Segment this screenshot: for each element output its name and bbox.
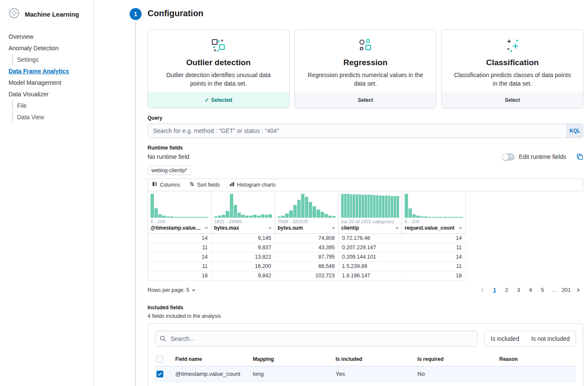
column-histogram: [402, 191, 465, 218]
grid-cell[interactable]: 9,837: [211, 243, 275, 252]
edit-runtime-fields-label[interactable]: Edit runtime fields: [519, 153, 566, 160]
sidebar-item-data-frame-analytics[interactable]: Data Frame Analytics: [9, 66, 88, 76]
grid-cell[interactable]: 14: [148, 234, 211, 243]
grid-cell[interactable]: 9,842: [211, 271, 275, 280]
grid-cell[interactable]: 9,145: [211, 234, 275, 243]
query-input[interactable]: [148, 124, 567, 138]
search-wrap: [155, 331, 478, 347]
card-classification[interactable]: Classification Classification predicts c…: [441, 29, 583, 108]
histogram-bar: [222, 215, 225, 218]
copy-icon[interactable]: [576, 153, 583, 160]
chevron-down-icon: [395, 226, 399, 230]
grid-cell[interactable]: 0.72.176.46: [339, 234, 402, 243]
page-number[interactable]: 3: [513, 285, 524, 295]
previous-page-button[interactable]: [478, 285, 488, 295]
sidebar-item-anomaly-detection[interactable]: Anomaly Detection: [9, 43, 88, 53]
grid-cell[interactable]: 14: [402, 234, 466, 243]
sidebar-nav: Overview Anomaly Detection Settings Data…: [9, 32, 88, 124]
kql-language-button[interactable]: KQL: [567, 124, 583, 138]
grid-cell[interactable]: 16,200: [211, 262, 275, 271]
histogram-icon: [229, 181, 235, 188]
filter-is-included-button[interactable]: Is included: [485, 331, 525, 346]
grid-column: top 20 of 1001 categories clientip: [339, 191, 402, 234]
column-header-reason: Reason: [499, 356, 576, 362]
filter-is-not-included-button[interactable]: Is not included: [525, 331, 576, 346]
column-histogram: [211, 191, 275, 218]
sidebar-item-data-visualizer[interactable]: Data Visualizer: [9, 89, 88, 99]
grid-cell[interactable]: 18: [402, 271, 466, 280]
histogram-bar: [241, 215, 245, 218]
fields-search-input[interactable]: [155, 331, 478, 347]
card-description: Regression predicts numerical values in …: [306, 71, 425, 88]
column-header-button[interactable]: request.value_count: [402, 224, 465, 233]
grid-cell[interactable]: 43,395: [275, 243, 339, 252]
grid-cell[interactable]: 102,723: [275, 271, 339, 280]
next-page-button[interactable]: [573, 285, 583, 295]
card-selected-footer[interactable]: ✓Selected: [148, 92, 289, 108]
sidebar-item-overview[interactable]: Overview: [9, 32, 88, 42]
histogram-bar: [385, 196, 388, 218]
card-outlier-detection[interactable]: Outlier detection Outlier detection iden…: [148, 29, 290, 108]
column-header-mapping: Mapping: [253, 356, 336, 362]
grid-cell[interactable]: 87,795: [275, 253, 339, 262]
grid-cell[interactable]: 74,808: [275, 234, 339, 243]
row-checkbox[interactable]: [156, 371, 163, 377]
grid-cell[interactable]: 11: [402, 243, 466, 252]
grid-cell[interactable]: 11: [148, 262, 211, 271]
rows-per-page-button[interactable]: Rows per page: 5: [148, 287, 196, 293]
grid-cell[interactable]: 0.209.144.101: [339, 253, 402, 262]
grid-cell[interactable]: 13,822: [211, 253, 275, 262]
column-name: bytes.sum: [278, 225, 303, 231]
column-header-button[interactable]: bytes.max: [211, 224, 275, 233]
column-header-button[interactable]: @timestamp.value_count: [148, 224, 211, 233]
histogram-bar: [158, 214, 162, 217]
runtime-fields-status: No runtime field: [148, 153, 189, 160]
table-row: 119,83743,3950.207.229.14711: [148, 243, 466, 253]
histogram-bar: [253, 215, 256, 217]
included-fields-label: Included fields: [148, 305, 583, 311]
edit-runtime-fields-toggle[interactable]: ✕: [502, 153, 515, 161]
page-number[interactable]: 5: [537, 285, 547, 295]
histogram-charts-button[interactable]: Histogram charts: [229, 181, 276, 188]
card-select-footer[interactable]: Select: [442, 92, 583, 108]
grid-cell[interactable]: 1.8.196.147: [339, 271, 402, 280]
card-regression[interactable]: Regression Regression predicts numerical…: [295, 29, 437, 108]
sidebar-item-settings[interactable]: Settings: [12, 55, 88, 65]
histogram-bar: [214, 216, 217, 218]
histogram-bar: [265, 215, 268, 217]
check-icon: ✓: [205, 97, 209, 103]
page-number[interactable]: 2: [501, 285, 512, 295]
grid-cell[interactable]: 14: [148, 253, 211, 262]
histogram-bar: [301, 194, 304, 218]
card-select-footer[interactable]: Select: [295, 92, 436, 108]
column-header-button[interactable]: bytes.sum: [275, 224, 338, 233]
grid-cell[interactable]: 11: [402, 262, 466, 271]
page-number[interactable]: 1: [490, 285, 500, 295]
page-number[interactable]: 201: [561, 285, 571, 295]
column-header-field-name: Field name: [175, 356, 253, 362]
table-row[interactable]: @timestamp.value_count long Yes No: [155, 366, 576, 382]
card-footer-label: Selected: [211, 97, 232, 103]
sidebar-item-data-view[interactable]: Data View: [12, 112, 88, 122]
column-header-button[interactable]: clientip: [339, 224, 402, 233]
chevron-down-icon: [331, 226, 336, 230]
grid-cell[interactable]: 11: [148, 243, 211, 252]
sort-fields-button[interactable]: Sort fields: [189, 181, 220, 188]
grid-cell[interactable]: 66,549: [275, 262, 339, 271]
grid-cell[interactable]: 18: [148, 271, 211, 280]
columns-button[interactable]: Columns: [152, 181, 180, 188]
page-number-list: 12345…201: [490, 285, 571, 295]
table-row[interactable]: bytes.max long Yes No: [155, 382, 576, 386]
column-range-label: 7998 - 183100: [275, 218, 338, 224]
grid-column: 5 - 100 request.value_count: [402, 191, 466, 234]
grid-cell[interactable]: 1.5.239.89: [339, 262, 402, 271]
histogram-bar: [154, 208, 158, 217]
grid-toolbar: Columns Sort fields Histogram charts: [148, 179, 583, 191]
grid-body: 149,14574,8080.72.176.4614119,83743,3950…: [148, 234, 466, 281]
select-all-checkbox[interactable]: [156, 356, 163, 363]
sidebar-item-file[interactable]: File: [12, 101, 88, 111]
sidebar-item-model-management[interactable]: Model Management: [9, 78, 88, 88]
grid-cell[interactable]: 0.207.229.147: [339, 243, 402, 252]
page-number[interactable]: 4: [525, 285, 536, 295]
grid-cell[interactable]: 14: [402, 253, 466, 262]
